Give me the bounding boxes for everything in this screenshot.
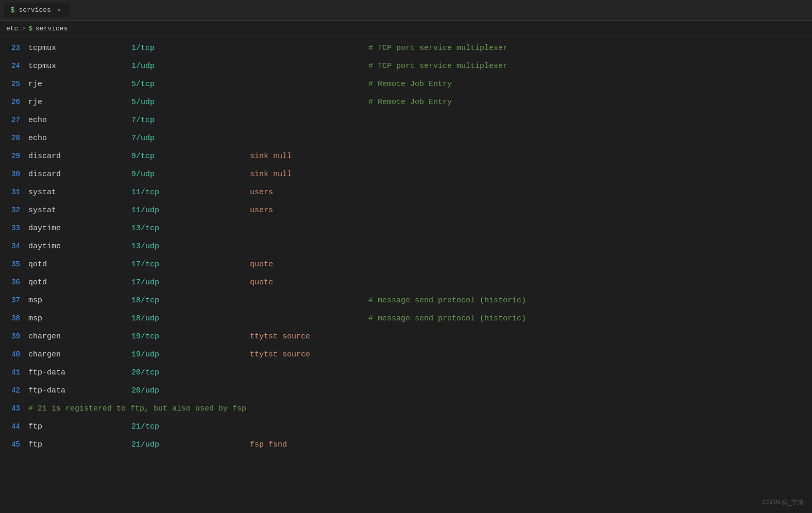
line-number: 34 — [0, 237, 28, 255]
port-protocol: 18/udp — [131, 310, 250, 328]
port-protocol: 1/udp — [131, 57, 250, 75]
comment: # message send protocol (historic) — [368, 292, 526, 310]
service-name: echo — [28, 129, 131, 147]
service-name: msp — [28, 310, 131, 328]
port-protocol: 18/tcp — [131, 292, 250, 310]
port-protocol: 7/udp — [131, 129, 250, 147]
tab-label: services — [19, 6, 50, 14]
aliases: fsp fsnd — [250, 436, 368, 454]
comment: # Remote Job Entry — [368, 93, 452, 111]
line-number: 25 — [0, 75, 28, 93]
tab-services[interactable]: $ services ✕ — [4, 3, 70, 18]
table-row: 36 qotd 17/udp quote — [0, 273, 812, 292]
port-protocol: 20/udp — [131, 382, 250, 400]
line-number: 27 — [0, 111, 28, 129]
table-row: 37 msp 18/tcp # message send protocol (h… — [0, 292, 812, 310]
service-name: rje — [28, 75, 131, 93]
service-name: ftp — [28, 436, 131, 454]
service-name: discard — [28, 147, 131, 165]
port-protocol: 1/tcp — [131, 39, 250, 57]
table-row: 44 ftp 21/tcp — [0, 418, 812, 436]
service-name: chargen — [28, 346, 131, 364]
table-row: 33 daytime 13/tcp — [0, 219, 812, 237]
port-protocol: 17/tcp — [131, 255, 250, 273]
table-row: 34 daytime 13/udp — [0, 237, 812, 255]
watermark: CSDN @_宁清 — [763, 498, 804, 507]
port-protocol: 19/udp — [131, 346, 250, 364]
port-protocol: 9/udp — [131, 165, 250, 183]
aliases: sink null — [250, 165, 368, 183]
line-number: 29 — [0, 147, 28, 165]
aliases: sink null — [250, 147, 368, 165]
line-number: 41 — [0, 364, 28, 382]
aliases: users — [250, 201, 368, 219]
line-number: 37 — [0, 292, 28, 310]
service-name: ftp-data — [28, 382, 131, 400]
line-number: 38 — [0, 310, 28, 328]
table-row: 41 ftp-data 20/tcp — [0, 364, 812, 382]
line-number: 42 — [0, 382, 28, 400]
aliases: quote — [250, 255, 368, 273]
port-protocol: 13/tcp — [131, 219, 250, 237]
line-number: 32 — [0, 201, 28, 219]
table-row: 32 systat 11/udp users — [0, 201, 812, 219]
service-name: daytime — [28, 219, 131, 237]
aliases: quote — [250, 273, 368, 292]
line-number: 33 — [0, 219, 28, 237]
table-row: 42 ftp-data 20/udp — [0, 382, 812, 400]
table-row: 26 rje 5/udp # Remote Job Entry — [0, 93, 812, 111]
service-name: daytime — [28, 237, 131, 255]
aliases: ttytst source — [250, 346, 368, 364]
service-name: echo — [28, 111, 131, 129]
line-number: 31 — [0, 183, 28, 201]
service-name: qotd — [28, 273, 131, 292]
port-protocol: 11/udp — [131, 201, 250, 219]
line-number: 45 — [0, 436, 28, 454]
service-name: ftp-data — [28, 364, 131, 382]
line-number: 24 — [0, 57, 28, 75]
breadcrumb-etc[interactable]: etc — [6, 25, 18, 32]
table-row: 38 msp 18/udp # message send protocol (h… — [0, 310, 812, 328]
table-row: 31 systat 11/tcp users — [0, 183, 812, 201]
service-name: systat — [28, 201, 131, 219]
table-row: 30 discard 9/udp sink null — [0, 165, 812, 183]
service-name: rje — [28, 93, 131, 111]
service-name: discard — [28, 165, 131, 183]
table-row: 23 tcpmux 1/tcp # TCP port service multi… — [0, 39, 812, 57]
line-number: 43 — [0, 400, 28, 418]
port-protocol: 5/tcp — [131, 75, 250, 93]
port-protocol: 19/tcp — [131, 328, 250, 346]
service-name: systat — [28, 183, 131, 201]
port-protocol: 13/udp — [131, 237, 250, 255]
tab-close-button[interactable]: ✕ — [55, 6, 63, 14]
table-row: 28 echo 7/udp — [0, 129, 812, 147]
table-row: 39 chargen 19/tcp ttytst source — [0, 328, 812, 346]
line-number: 44 — [0, 418, 28, 436]
port-protocol: 17/udp — [131, 273, 250, 292]
service-name: msp — [28, 292, 131, 310]
line-number: 35 — [0, 255, 28, 273]
line-number: 40 — [0, 346, 28, 364]
title-bar: $ services ✕ — [0, 0, 812, 21]
table-row: 40 chargen 19/udp ttytst source — [0, 346, 812, 364]
table-row: 35 qotd 17/tcp quote — [0, 255, 812, 273]
editor-area: 23 tcpmux 1/tcp # TCP port service multi… — [0, 37, 812, 513]
breadcrumb-services[interactable]: services — [36, 25, 67, 32]
service-name: qotd — [28, 255, 131, 273]
breadcrumb-separator: > — [21, 25, 25, 32]
table-row: 27 echo 7/tcp — [0, 111, 812, 129]
table-row: 24 tcpmux 1/udp # TCP port service multi… — [0, 57, 812, 75]
table-row: 43 # 21 is registered to ftp, but also u… — [0, 400, 812, 418]
service-name: tcpmux — [28, 57, 131, 75]
line-number: 39 — [0, 328, 28, 346]
port-protocol: 9/tcp — [131, 147, 250, 165]
table-row: 29 discard 9/tcp sink null — [0, 147, 812, 165]
aliases: ttytst source — [250, 328, 368, 346]
table-row: 45 ftp 21/udp fsp fsnd — [0, 436, 812, 454]
port-protocol: 21/udp — [131, 436, 250, 454]
comment: # TCP port service multiplexer — [368, 57, 508, 75]
line-number: 28 — [0, 129, 28, 147]
dollar-icon: $ — [10, 6, 14, 14]
port-protocol: 5/udp — [131, 93, 250, 111]
port-protocol: 21/tcp — [131, 418, 250, 436]
